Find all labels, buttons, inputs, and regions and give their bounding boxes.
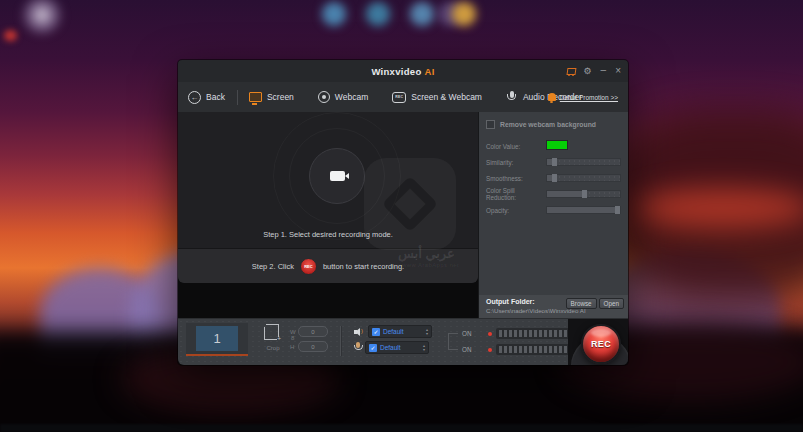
smoothness-slider[interactable] [546, 174, 621, 182]
window-title: WinxvideoAI [371, 66, 434, 77]
monitor-thumbnail: 1 [196, 326, 238, 351]
height-label: H [290, 344, 295, 350]
checkbox-icon [486, 120, 495, 129]
mode-navbar: ← Back Screen Webcam REC Screen & Webcam… [178, 82, 628, 112]
close-icon[interactable]: × [615, 66, 621, 76]
content-area: Step 1. Select desired recording mode. S… [178, 112, 628, 318]
speaker-checkbox[interactable]: ✓ [372, 328, 380, 336]
color-spill-row: Color Spill Reduction: [486, 186, 621, 202]
rec-mini-icon: REC [300, 258, 317, 275]
mic-level-meter [488, 343, 574, 356]
mic-checkbox[interactable]: ✓ [369, 344, 377, 352]
cart-icon[interactable] [566, 68, 575, 75]
opacity-row: Opacity: [486, 202, 621, 218]
step2-bar: Step 2. Click REC button to start record… [178, 248, 478, 283]
level-dot-icon [488, 332, 492, 336]
speaker-on-badge: ON [462, 330, 471, 337]
blurred-desktop-icon [452, 2, 476, 26]
step1-text: Step 1. Select desired recording mode. [178, 230, 478, 239]
moon-glow [18, 0, 66, 36]
browse-button[interactable]: Browse [566, 298, 597, 309]
webcam-icon [318, 91, 330, 103]
height-input[interactable]: 0 [298, 341, 328, 352]
speaker-level-meter [488, 327, 574, 340]
recording-stage: Step 1. Select desired recording mode. S… [178, 112, 478, 283]
toolbar-divider [340, 326, 341, 356]
smoothness-row: Smoothness: [486, 170, 621, 186]
minimize-icon[interactable]: – [601, 65, 607, 75]
opacity-slider[interactable] [546, 206, 621, 214]
meter-track [496, 328, 574, 339]
back-arrow-icon: ← [188, 91, 201, 104]
similarity-slider[interactable] [546, 158, 621, 166]
tab-screen-webcam[interactable]: REC Screen & Webcam [392, 92, 482, 103]
tab-webcam[interactable]: Webcam [318, 91, 368, 103]
speaker-audio-row: ) ✓ Default ▴▾ [354, 325, 432, 338]
tab-screen[interactable]: Screen [249, 92, 294, 102]
promo-link[interactable]: Debut Promotion >> [548, 93, 618, 101]
mic-device-dropdown[interactable]: ✓ Default ▴▾ [365, 341, 429, 354]
remove-background-checkbox-row[interactable]: Remove webcam background [486, 120, 621, 129]
horizon-glow [633, 188, 803, 228]
screen-icon [249, 92, 262, 102]
crop-dimensions: W 0 H 0 8 [290, 326, 328, 356]
back-button[interactable]: ← Back [188, 91, 225, 104]
meter-track [496, 344, 574, 355]
rec-button[interactable]: REC [581, 324, 621, 364]
color-swatch[interactable] [546, 140, 568, 150]
rec-badge-icon: REC [392, 92, 406, 103]
microphone-icon [509, 91, 515, 103]
bottom-toolbar: 1 + Crop W 0 H 0 8 ) ✓ Default ▴▾ [178, 318, 628, 365]
blurred-desktop-icon [4, 30, 17, 41]
spinner-icon[interactable]: ▴▾ [423, 344, 425, 351]
video-camera-icon [330, 171, 345, 181]
audio-on-status: ON ON [444, 327, 490, 355]
speaker-icon: ) [354, 327, 364, 337]
crop-icon: + [264, 324, 282, 342]
monitor-selector[interactable]: 1 [186, 323, 248, 356]
winxvideo-window: WinxvideoAI ⚙ – × ← Back Screen Webcam R… [178, 60, 628, 365]
nav-divider [237, 90, 238, 105]
webcam-settings-panel: Remove webcam background Color Value: Si… [478, 112, 628, 295]
open-button[interactable]: Open [599, 298, 624, 309]
blurred-taskbar [0, 424, 803, 432]
output-folder-section: Output Folder: C:\Users\nader\Videos\Win… [478, 295, 628, 318]
link-dimensions-icon: 8 [291, 335, 294, 341]
width-input[interactable]: 0 [298, 326, 328, 337]
settings-gear-icon[interactable]: ⚙ [584, 67, 592, 76]
color-spill-slider[interactable] [546, 190, 621, 198]
spinner-icon[interactable]: ▴▾ [426, 328, 428, 335]
similarity-row: Similarity: [486, 154, 621, 170]
mic-audio-row: ✓ Default ▴▾ [354, 341, 429, 354]
titlebar: WinxvideoAI ⚙ – × [178, 60, 628, 82]
bell-icon [548, 93, 556, 101]
blurred-desktop-icon [410, 2, 434, 26]
level-dot-icon [488, 348, 492, 352]
microphone-icon [354, 342, 361, 353]
mic-on-badge: ON [462, 346, 471, 353]
color-value-row: Color Value: [486, 138, 621, 154]
width-label: W [290, 329, 295, 335]
blurred-desktop-icon [322, 2, 346, 26]
blurred-desktop-icon [366, 2, 390, 26]
recording-stage-area: Step 1. Select desired recording mode. S… [178, 112, 478, 318]
camera-button[interactable] [309, 148, 365, 204]
crop-tool[interactable]: + Crop [260, 324, 286, 351]
speaker-device-dropdown[interactable]: ✓ Default ▴▾ [368, 325, 432, 338]
